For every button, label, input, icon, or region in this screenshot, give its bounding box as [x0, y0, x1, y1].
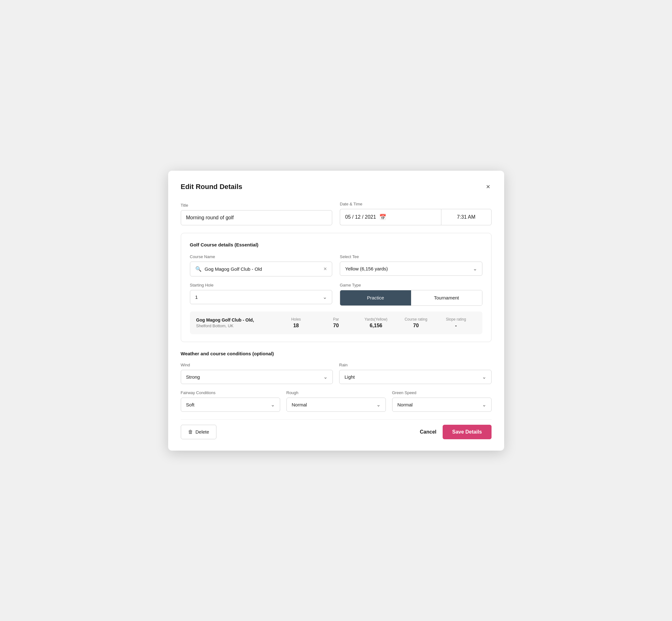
title-label: Title	[181, 203, 333, 208]
wind-group: Wind Strong ⌄	[181, 363, 333, 384]
course-rating-value: 70	[396, 323, 436, 329]
course-stat-slope-rating: Slope rating -	[436, 317, 476, 329]
datetime-row: 05 / 12 / 2021 📅 7:31 AM	[340, 209, 492, 225]
course-stat-course-rating: Course rating 70	[396, 317, 436, 329]
holes-value: 18	[276, 323, 316, 329]
starting-hole-group: Starting Hole 1 ⌄	[190, 283, 333, 306]
wind-label: Wind	[181, 363, 333, 367]
select-tee-group: Select Tee Yellow (6,156 yards) ⌄	[340, 254, 482, 277]
fairway-dropdown[interactable]: Soft ⌄	[181, 398, 280, 412]
title-group: Title	[181, 203, 333, 225]
date-value: 05 / 12 / 2021	[345, 214, 376, 220]
wind-dropdown[interactable]: Strong ⌄	[181, 370, 333, 384]
slope-rating-label: Slope rating	[436, 317, 476, 322]
green-speed-label: Green Speed	[392, 390, 492, 395]
chevron-down-icon: ⌄	[376, 402, 380, 408]
chevron-down-icon: ⌄	[482, 402, 486, 408]
trash-icon: 🗑	[188, 429, 193, 435]
cancel-button[interactable]: Cancel	[420, 429, 436, 435]
par-label: Par	[316, 317, 356, 322]
rain-group: Rain Light ⌄	[339, 363, 492, 384]
green-speed-dropdown[interactable]: Normal ⌄	[392, 398, 492, 412]
game-type-group: Game Type Practice Tournament	[340, 283, 482, 306]
datetime-label: Date & Time	[340, 202, 492, 206]
holes-label: Holes	[276, 317, 316, 322]
starting-hole-dropdown[interactable]: 1 ⌄	[190, 290, 333, 304]
course-fields-row: Course Name 🔍 Gog Magog Golf Club - Old …	[190, 254, 482, 277]
yards-label: Yards(Yellow)	[356, 317, 396, 322]
slope-rating-value: -	[436, 323, 476, 329]
rain-value: Light	[344, 374, 355, 380]
weather-section-title: Weather and course conditions (optional)	[181, 351, 492, 356]
course-stat-yards: Yards(Yellow) 6,156	[356, 317, 396, 329]
course-name-label: Course Name	[190, 254, 333, 259]
modal-title: Edit Round Details	[181, 183, 243, 191]
par-value: 70	[316, 323, 356, 329]
green-speed-group: Green Speed Normal ⌄	[392, 390, 492, 412]
course-info-name: Gog Magog Golf Club - Old,	[196, 318, 276, 323]
chevron-down-icon: ⌄	[473, 266, 477, 272]
calendar-icon: 📅	[379, 214, 386, 220]
title-datetime-row: Title Date & Time 05 / 12 / 2021 📅 7:31 …	[181, 202, 492, 225]
game-type-toggle: Practice Tournament	[340, 290, 482, 306]
conditions-row: Fairway Conditions Soft ⌄ Rough Normal ⌄…	[181, 390, 492, 412]
tournament-button[interactable]: Tournament	[411, 290, 482, 305]
rough-group: Rough Normal ⌄	[287, 390, 386, 412]
clear-icon[interactable]: ×	[323, 266, 327, 272]
wind-value: Strong	[186, 374, 200, 380]
weather-section: Weather and course conditions (optional)…	[181, 351, 492, 412]
save-button[interactable]: Save Details	[443, 425, 491, 439]
yards-value: 6,156	[356, 323, 396, 329]
starting-hole-label: Starting Hole	[190, 283, 333, 287]
footer-right: Cancel Save Details	[420, 425, 492, 439]
select-tee-dropdown[interactable]: Yellow (6,156 yards) ⌄	[340, 261, 482, 276]
rough-dropdown[interactable]: Normal ⌄	[287, 398, 386, 412]
green-speed-value: Normal	[397, 402, 413, 407]
select-tee-label: Select Tee	[340, 254, 482, 259]
delete-button[interactable]: 🗑 Delete	[181, 425, 216, 439]
chevron-down-icon: ⌄	[323, 374, 328, 380]
practice-button[interactable]: Practice	[340, 290, 411, 305]
modal-header: Edit Round Details ×	[181, 182, 492, 192]
golf-section-title: Golf Course details (Essential)	[190, 242, 482, 247]
course-info-location: Shelford Bottom, UK	[196, 323, 276, 328]
time-value: 7:31 AM	[457, 214, 475, 220]
chevron-down-icon: ⌄	[271, 402, 275, 408]
chevron-down-icon: ⌄	[323, 294, 327, 300]
date-input[interactable]: 05 / 12 / 2021 📅	[340, 209, 441, 225]
course-name-group: Course Name 🔍 Gog Magog Golf Club - Old …	[190, 254, 333, 277]
rain-label: Rain	[339, 363, 492, 367]
title-input[interactable]	[181, 210, 333, 225]
course-name-input[interactable]: 🔍 Gog Magog Golf Club - Old ×	[190, 261, 333, 277]
course-stat-holes: Holes 18	[276, 317, 316, 329]
fairway-value: Soft	[186, 402, 195, 407]
close-button[interactable]: ×	[485, 182, 492, 192]
course-rating-label: Course rating	[396, 317, 436, 322]
fairway-label: Fairway Conditions	[181, 390, 280, 395]
rough-value: Normal	[292, 402, 307, 407]
wind-rain-row: Wind Strong ⌄ Rain Light ⌄	[181, 363, 492, 384]
time-input[interactable]: 7:31 AM	[441, 209, 492, 225]
datetime-group: Date & Time 05 / 12 / 2021 📅 7:31 AM	[340, 202, 492, 225]
delete-label: Delete	[196, 429, 209, 434]
course-info-box: Gog Magog Golf Club - Old, Shelford Bott…	[190, 312, 482, 334]
game-type-label: Game Type	[340, 283, 482, 287]
chevron-down-icon: ⌄	[482, 374, 486, 380]
rain-dropdown[interactable]: Light ⌄	[339, 370, 492, 384]
edit-round-modal: Edit Round Details × Title Date & Time 0…	[168, 171, 504, 451]
golf-course-section: Golf Course details (Essential) Course N…	[181, 233, 492, 342]
search-icon: 🔍	[195, 266, 202, 272]
fairway-group: Fairway Conditions Soft ⌄	[181, 390, 280, 412]
select-tee-value: Yellow (6,156 yards)	[345, 266, 388, 272]
rough-label: Rough	[287, 390, 386, 395]
footer-row: 🗑 Delete Cancel Save Details	[181, 419, 492, 439]
starting-hole-value: 1	[195, 294, 198, 300]
course-stat-par: Par 70	[316, 317, 356, 329]
hole-gametype-row: Starting Hole 1 ⌄ Game Type Practice Tou…	[190, 283, 482, 306]
course-info-name-block: Gog Magog Golf Club - Old, Shelford Bott…	[196, 318, 276, 328]
course-name-value: Gog Magog Golf Club - Old	[205, 266, 321, 272]
